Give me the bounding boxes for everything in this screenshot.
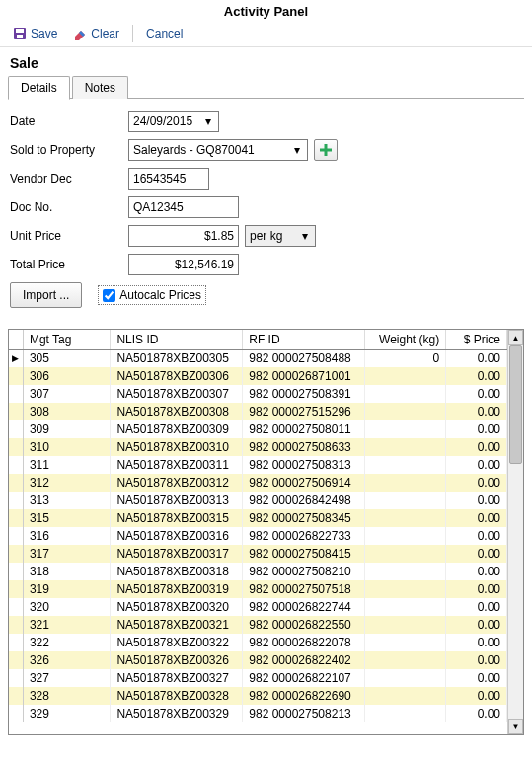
cell-weight[interactable] (364, 634, 445, 651)
vertical-scrollbar[interactable]: ▲ ▼ (507, 330, 523, 734)
cell-mgt-tag[interactable]: 311 (23, 456, 111, 474)
cell-price[interactable]: 0.00 (446, 634, 507, 651)
table-row[interactable]: 309NA501878XBZ00309982 0000275080110.00 (9, 420, 507, 438)
cell-mgt-tag[interactable]: 322 (23, 634, 111, 651)
cell-price[interactable]: 0.00 (446, 367, 507, 385)
table-row[interactable]: 312NA501878XBZ00312982 0000275069140.00 (9, 474, 507, 492)
cell-price[interactable]: 0.00 (446, 385, 507, 403)
cell-mgt-tag[interactable]: 318 (23, 563, 111, 580)
cell-nlis-id[interactable]: NA501878XBZ00312 (111, 474, 243, 492)
cell-mgt-tag[interactable]: 307 (23, 385, 111, 403)
cell-weight[interactable] (364, 438, 445, 456)
cell-mgt-tag[interactable]: 309 (23, 420, 111, 438)
table-row[interactable]: 322NA501878XBZ00322982 0000268220780.00 (9, 634, 507, 651)
cell-weight[interactable]: 0 (364, 349, 445, 367)
cell-rf-id[interactable]: 982 000027508213 (243, 705, 365, 722)
cell-price[interactable]: 0.00 (446, 456, 507, 474)
table-row[interactable]: 328NA501878XBZ00328982 0000268226900.00 (9, 687, 507, 705)
cell-mgt-tag[interactable]: 312 (23, 474, 111, 492)
cell-price[interactable]: 0.00 (446, 527, 507, 545)
col-weight[interactable]: Weight (kg) (364, 330, 445, 349)
cell-weight[interactable] (364, 492, 445, 509)
cell-price[interactable]: 0.00 (446, 563, 507, 580)
cell-nlis-id[interactable]: NA501878XBZ00316 (111, 527, 243, 545)
cell-rf-id[interactable]: 982 000026822690 (243, 687, 365, 705)
tab-notes[interactable]: Notes (72, 76, 128, 99)
cell-rf-id[interactable]: 982 000026871001 (243, 367, 365, 385)
cell-nlis-id[interactable]: NA501878XBZ00307 (111, 385, 243, 403)
table-row[interactable]: 311NA501878XBZ00311982 0000275083130.00 (9, 456, 507, 474)
cell-mgt-tag[interactable]: 326 (23, 651, 111, 669)
cell-mgt-tag[interactable]: 310 (23, 438, 111, 456)
cell-price[interactable]: 0.00 (446, 580, 507, 598)
unit-price-input[interactable] (128, 225, 239, 247)
table-row[interactable]: 329NA501878XBZ00329982 0000275082130.00 (9, 705, 507, 722)
cell-rf-id[interactable]: 982 000027508313 (243, 456, 365, 474)
cell-nlis-id[interactable]: NA501878XBZ00306 (111, 367, 243, 385)
cell-rf-id[interactable]: 982 000026822550 (243, 616, 365, 634)
table-row[interactable]: 315NA501878XBZ00315982 0000275083450.00 (9, 509, 507, 527)
cell-nlis-id[interactable]: NA501878XBZ00315 (111, 509, 243, 527)
cell-weight[interactable] (364, 616, 445, 634)
cell-rf-id[interactable]: 982 000026822733 (243, 527, 365, 545)
cell-nlis-id[interactable]: NA501878XBZ00328 (111, 687, 243, 705)
import-button[interactable]: Import ... (10, 282, 82, 308)
scroll-down-button[interactable]: ▼ (508, 719, 523, 734)
cell-mgt-tag[interactable]: 305 (23, 349, 111, 367)
cell-nlis-id[interactable]: NA501878XBZ00326 (111, 651, 243, 669)
add-property-button[interactable] (314, 139, 338, 161)
cell-nlis-id[interactable]: NA501878XBZ00329 (111, 705, 243, 722)
cell-mgt-tag[interactable]: 319 (23, 580, 111, 598)
table-row[interactable]: ▶305NA501878XBZ00305982 00002750848800.0… (9, 349, 507, 367)
cell-price[interactable]: 0.00 (446, 492, 507, 509)
cell-weight[interactable] (364, 545, 445, 563)
cell-nlis-id[interactable]: NA501878XBZ00322 (111, 634, 243, 651)
cell-rf-id[interactable]: 982 000026842498 (243, 492, 365, 509)
col-nlis-id[interactable]: NLIS ID (111, 330, 243, 349)
table-row[interactable]: 310NA501878XBZ00310982 0000275086330.00 (9, 438, 507, 456)
cell-mgt-tag[interactable]: 313 (23, 492, 111, 509)
table-row[interactable]: 319NA501878XBZ00319982 0000275075180.00 (9, 580, 507, 598)
cell-price[interactable]: 0.00 (446, 616, 507, 634)
table-row[interactable]: 327NA501878XBZ00327982 0000268221070.00 (9, 669, 507, 687)
cell-price[interactable]: 0.00 (446, 598, 507, 616)
cell-mgt-tag[interactable]: 329 (23, 705, 111, 722)
cell-weight[interactable] (364, 474, 445, 492)
scroll-thumb[interactable] (509, 345, 522, 464)
cell-rf-id[interactable]: 982 000027508633 (243, 438, 365, 456)
cell-weight[interactable] (364, 651, 445, 669)
col-price[interactable]: $ Price (446, 330, 507, 349)
cell-rf-id[interactable]: 982 000027506914 (243, 474, 365, 492)
table-row[interactable]: 326NA501878XBZ00326982 0000268224020.00 (9, 651, 507, 669)
cell-weight[interactable] (364, 580, 445, 598)
sold-to-combo[interactable]: Saleyards - GQ870041 ▾ (128, 139, 308, 161)
cell-rf-id[interactable]: 982 000026822744 (243, 598, 365, 616)
col-mgt-tag[interactable]: Mgt Tag (23, 330, 111, 349)
cell-weight[interactable] (364, 456, 445, 474)
table-row[interactable]: 308NA501878XBZ00308982 0000275152960.00 (9, 403, 507, 420)
cell-rf-id[interactable]: 982 000027508391 (243, 385, 365, 403)
table-row[interactable]: 313NA501878XBZ00313982 0000268424980.00 (9, 492, 507, 509)
cell-weight[interactable] (364, 509, 445, 527)
cell-price[interactable]: 0.00 (446, 403, 507, 420)
cell-price[interactable]: 0.00 (446, 669, 507, 687)
cell-nlis-id[interactable]: NA501878XBZ00318 (111, 563, 243, 580)
cell-price[interactable]: 0.00 (446, 687, 507, 705)
table-row[interactable]: 317NA501878XBZ00317982 0000275084150.00 (9, 545, 507, 563)
cell-mgt-tag[interactable]: 315 (23, 509, 111, 527)
unit-combo[interactable]: per kg ▾ (245, 225, 316, 247)
cell-nlis-id[interactable]: NA501878XBZ00309 (111, 420, 243, 438)
cell-rf-id[interactable]: 982 000026822078 (243, 634, 365, 651)
cell-price[interactable]: 0.00 (446, 509, 507, 527)
table-row[interactable]: 318NA501878XBZ00318982 0000275082100.00 (9, 563, 507, 580)
cell-rf-id[interactable]: 982 000027508011 (243, 420, 365, 438)
cell-weight[interactable] (364, 598, 445, 616)
cell-weight[interactable] (364, 687, 445, 705)
cell-weight[interactable] (364, 420, 445, 438)
cell-mgt-tag[interactable]: 316 (23, 527, 111, 545)
table-row[interactable]: 306NA501878XBZ00306982 0000268710010.00 (9, 367, 507, 385)
cell-nlis-id[interactable]: NA501878XBZ00321 (111, 616, 243, 634)
cell-rf-id[interactable]: 982 000027507518 (243, 580, 365, 598)
cell-weight[interactable] (364, 563, 445, 580)
cancel-button[interactable]: Cancel (139, 24, 190, 43)
